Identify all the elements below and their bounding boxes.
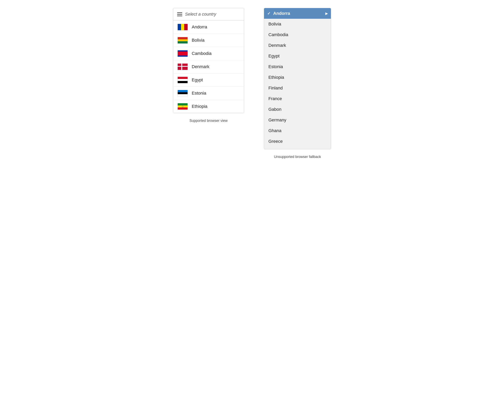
list-item[interactable]: Egypt	[173, 73, 244, 87]
custom-select-container: Select a country Andorra Bolivia Cambodi…	[173, 8, 244, 113]
list-item[interactable]: Estonia	[264, 61, 331, 72]
select-trigger-label: Select a country	[185, 12, 216, 17]
right-panel: ✓ Andorra ▶ Bolivia Cambodia Denmark Egy…	[264, 8, 331, 159]
list-item[interactable]: Bolivia	[264, 19, 331, 29]
list-item[interactable]: Estonia	[173, 87, 244, 100]
country-name: Estonia	[192, 91, 206, 96]
selected-country-label: Andorra	[273, 11, 290, 16]
flag-estonia-icon	[178, 90, 188, 97]
country-name: Bolivia	[192, 38, 204, 43]
list-item[interactable]: Egypt	[264, 51, 331, 61]
list-item[interactable]: Gabon	[264, 104, 331, 115]
selected-check-icon: ✓ Andorra	[267, 11, 290, 16]
list-item[interactable]: Cambodia	[264, 29, 331, 40]
country-name: Andorra	[192, 24, 207, 30]
flag-denmark-icon	[178, 63, 188, 70]
flag-andorra-icon	[178, 24, 188, 30]
country-name: Egypt	[192, 77, 203, 82]
country-name: Denmark	[192, 64, 209, 69]
list-item[interactable]: France	[264, 93, 331, 104]
flag-cambodia-icon	[178, 50, 188, 57]
left-panel-caption: Supported browser view	[189, 119, 228, 123]
custom-dropdown[interactable]: Andorra Bolivia Cambodia Denmark	[173, 21, 244, 113]
list-item[interactable]: Cambodia	[173, 47, 244, 60]
chevron-right-icon: ▶	[325, 12, 328, 15]
country-name: Ethiopia	[192, 104, 208, 109]
flag-bolivia-icon	[178, 37, 188, 44]
flag-egypt-icon	[178, 77, 188, 83]
list-item[interactable]: Denmark	[264, 40, 331, 51]
list-item[interactable]: Greece	[264, 136, 331, 147]
list-item[interactable]: Ethiopia	[173, 100, 244, 113]
right-panel-caption: Unsupported browser fallback	[274, 155, 321, 159]
select-trigger[interactable]: Select a country	[173, 8, 244, 21]
native-options-list[interactable]: Bolivia Cambodia Denmark Egypt Estonia E…	[264, 19, 331, 149]
list-item[interactable]: Denmark	[173, 60, 244, 73]
hamburger-icon	[177, 12, 182, 16]
list-item[interactable]: Ethiopia	[264, 72, 331, 83]
list-item[interactable]: Germany	[264, 115, 331, 125]
left-panel: Select a country Andorra Bolivia Cambodi…	[173, 8, 244, 123]
list-item[interactable]: Bolivia	[173, 34, 244, 47]
native-select-selected[interactable]: ✓ Andorra ▶	[264, 8, 331, 19]
list-item[interactable]: Andorra	[173, 21, 244, 34]
list-item[interactable]: Finland	[264, 83, 331, 93]
flag-ethiopia-icon	[178, 103, 188, 110]
list-item[interactable]: Guatemala	[264, 147, 331, 149]
native-select-container: ✓ Andorra ▶ Bolivia Cambodia Denmark Egy…	[264, 8, 331, 149]
country-name: Cambodia	[192, 51, 211, 56]
page-wrapper: Select a country Andorra Bolivia Cambodi…	[173, 8, 331, 159]
list-item[interactable]: Ghana	[264, 125, 331, 136]
